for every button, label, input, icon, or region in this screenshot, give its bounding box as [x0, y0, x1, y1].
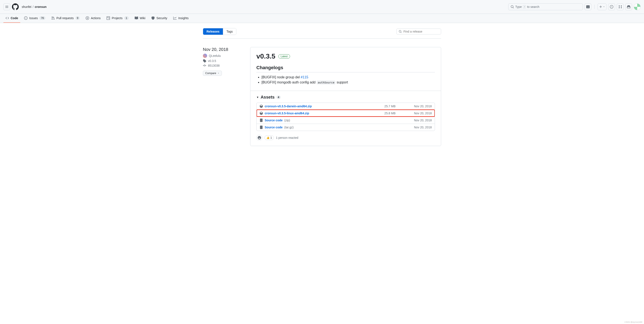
release-tabs-row: Releases Tags — [203, 28, 441, 38]
compare-button[interactable]: Compare — [203, 71, 222, 76]
asset-name-text: Source code — [265, 119, 282, 122]
asset-row: Source code (tar.gz)Nov 20, 2018 — [256, 124, 435, 131]
assets-label: Assets — [261, 95, 275, 100]
zip-icon — [260, 119, 263, 122]
issue-icon — [24, 16, 28, 20]
asset-size: 25.7 MB — [372, 104, 396, 108]
asset-date: Nov 20, 2018 — [396, 104, 432, 108]
divider — [594, 5, 594, 9]
search-icon — [510, 5, 514, 8]
project-icon — [106, 16, 110, 20]
zip-icon — [260, 126, 263, 129]
search-prefix: Type — [515, 5, 522, 8]
author-row[interactable]: QLeelulu — [203, 54, 243, 58]
global-search[interactable]: Type / to search — [508, 3, 583, 10]
assets-table: cronsun-v0.3.5-darwin-amd64.zip25.7 MBNo… — [256, 103, 435, 131]
tab-label: Insights — [178, 16, 188, 20]
asset-date: Nov 20, 2018 — [396, 119, 432, 122]
commit-row[interactable]: 8513038 — [203, 64, 243, 67]
tab-wiki[interactable]: Wiki — [132, 14, 148, 23]
asset-row: Source code (zip)Nov 20, 2018 — [256, 117, 435, 124]
tab-label: Projects — [112, 16, 122, 20]
tab-actions[interactable]: Actions — [84, 14, 103, 23]
github-icon — [12, 3, 19, 10]
asset-suffix: (tar.gz) — [284, 126, 294, 129]
tag-row[interactable]: v0.3.5 — [203, 59, 243, 63]
owner-link[interactable]: shunfei — [22, 5, 31, 8]
reactions-text: 1 person reacted — [276, 136, 298, 139]
assets-count: 4 — [276, 96, 281, 99]
tab-security[interactable]: Security — [149, 14, 170, 23]
search-icon — [399, 30, 402, 33]
reaction-count: 1 — [270, 136, 272, 139]
add-reaction-button[interactable] — [256, 135, 262, 141]
asset-date: Nov 20, 2018 — [396, 126, 432, 129]
asset-link[interactable]: Source code (tar.gz) — [260, 126, 372, 129]
issue-link[interactable]: #115 — [301, 75, 308, 79]
release-date: Nov 20, 2018 — [203, 47, 243, 52]
tab-projects[interactable]: Projects1 — [104, 14, 131, 23]
menu-icon — [5, 5, 8, 8]
assets-section: ▼ Assets 4 cronsun-v0.3.5-darwin-amd64.z… — [250, 91, 441, 146]
asset-link[interactable]: Source code (zip) — [260, 119, 372, 122]
github-logo[interactable] — [12, 3, 19, 10]
issue-icon — [610, 5, 613, 8]
code-snippet: authSource — [316, 80, 336, 84]
reaction-thumbsup[interactable]: 👍 1 — [264, 135, 274, 140]
release-box: v0.3.5 Latest Changelogs [BUGFIX] node g… — [250, 47, 441, 146]
asset-link[interactable]: cronsun-v0.3.5-darwin-amd64.zip — [260, 104, 372, 108]
pulls-count: 9 — [76, 16, 80, 20]
projects-count: 1 — [124, 16, 129, 20]
caret-down-icon — [217, 72, 220, 74]
tab-insights[interactable]: Insights — [171, 14, 191, 23]
author-avatar — [203, 54, 207, 58]
pull-requests-button[interactable] — [617, 3, 624, 10]
find-release-search[interactable] — [396, 28, 441, 34]
smiley-icon — [258, 136, 261, 139]
changelog-text: [BUGFIX] mongodb auth config add — [262, 80, 316, 84]
commit-icon — [203, 64, 206, 67]
changelog-list: [BUGFIX] node group del #115 [BUGFIX] mo… — [256, 75, 435, 84]
asset-name-text: Source code — [265, 126, 282, 129]
changelog-text: [BUGFIX] node group del — [262, 75, 301, 79]
reactions-row: 👍 1 1 person reacted — [256, 135, 435, 141]
user-avatar[interactable] — [634, 3, 640, 10]
release-title-row: v0.3.5 Latest — [256, 52, 435, 60]
tab-issues[interactable]: Issues76 — [22, 14, 48, 23]
asset-row: cronsun-v0.3.5-darwin-amd64.zip25.7 MBNo… — [256, 103, 435, 110]
author-name[interactable]: QLeelulu — [209, 54, 221, 57]
asset-suffix: (zip) — [284, 119, 290, 122]
command-palette-button[interactable] — [584, 3, 591, 10]
issues-count: 76 — [40, 16, 45, 20]
global-header: shunfei / cronsun Type / to search — [0, 0, 644, 14]
repo-link[interactable]: cronsun — [35, 5, 46, 8]
hamburger-menu[interactable] — [4, 3, 10, 10]
emoji: 👍 — [266, 136, 270, 139]
asset-row: cronsun-v0.3.5-linux-amd64.zip25.8 MBNov… — [256, 110, 435, 117]
shield-icon — [151, 16, 155, 20]
tab-label: Code — [11, 16, 18, 20]
tag-name[interactable]: v0.3.5 — [208, 59, 216, 63]
create-new-button[interactable] — [598, 3, 606, 10]
repo-nav: Code Issues76 Pull requests9 Actions Pro… — [0, 14, 644, 23]
asset-name-text: cronsun-v0.3.5-linux-amd64.zip — [265, 112, 309, 115]
tab-label: Issues — [29, 16, 38, 20]
asset-link[interactable]: cronsun-v0.3.5-linux-amd64.zip — [260, 112, 372, 115]
triangle-down-icon: ▼ — [256, 96, 259, 99]
changelog-item: [BUGFIX] node group del #115 — [262, 75, 435, 79]
commit-sha[interactable]: 8513038 — [208, 64, 220, 67]
breadcrumb-separator: / — [32, 5, 34, 8]
tab-releases[interactable]: Releases — [203, 28, 223, 35]
release-title: v0.3.5 — [256, 52, 275, 60]
tab-pulls[interactable]: Pull requests9 — [49, 14, 82, 23]
book-icon — [135, 16, 138, 20]
assets-toggle[interactable]: ▼ Assets 4 — [256, 95, 435, 100]
inbox-button[interactable] — [625, 3, 632, 10]
pr-icon — [618, 5, 622, 8]
tab-label: Security — [156, 16, 167, 20]
tab-tags[interactable]: Tags — [223, 28, 236, 35]
issues-button[interactable] — [608, 3, 615, 10]
tab-code[interactable]: Code — [4, 14, 20, 23]
pr-icon — [51, 16, 55, 20]
find-release-input[interactable] — [404, 30, 439, 33]
